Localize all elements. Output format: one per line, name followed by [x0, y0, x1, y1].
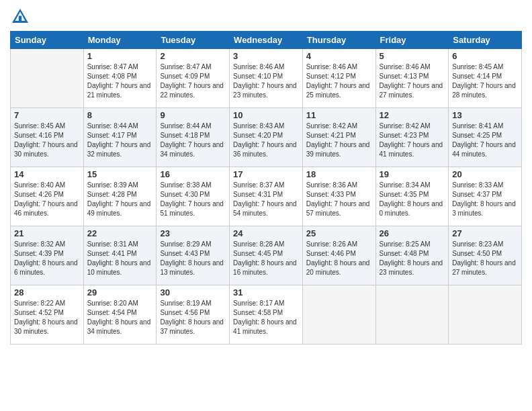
day-number: 25	[306, 228, 372, 238]
calendar-cell: 23Sunrise: 8:29 AMSunset: 4:43 PMDayligh…	[157, 226, 230, 285]
calendar-cell: 22Sunrise: 8:31 AMSunset: 4:41 PMDayligh…	[83, 226, 157, 285]
weekday-header-thursday: Thursday	[302, 32, 375, 49]
day-info: Sunrise: 8:31 AMSunset: 4:41 PMDaylight:…	[87, 240, 153, 277]
weekday-header-friday: Friday	[375, 32, 449, 49]
calendar-week-row: 21Sunrise: 8:32 AMSunset: 4:39 PMDayligh…	[11, 226, 522, 285]
calendar-cell: 8Sunrise: 8:44 AMSunset: 4:17 PMDaylight…	[83, 108, 157, 167]
day-info: Sunrise: 8:46 AMSunset: 4:10 PMDaylight:…	[233, 62, 299, 100]
weekday-header-sunday: Sunday	[11, 32, 84, 49]
day-number: 14	[14, 169, 80, 179]
day-number: 12	[380, 110, 445, 120]
day-info: Sunrise: 8:43 AMSunset: 4:20 PMDaylight:…	[233, 122, 299, 159]
calendar-cell: 28Sunrise: 8:22 AMSunset: 4:52 PMDayligh…	[11, 285, 84, 345]
day-info: Sunrise: 8:19 AMSunset: 4:56 PMDaylight:…	[160, 299, 226, 336]
calendar-week-row: 28Sunrise: 8:22 AMSunset: 4:52 PMDayligh…	[11, 285, 522, 345]
calendar-cell: 17Sunrise: 8:37 AMSunset: 4:31 PMDayligh…	[230, 167, 303, 226]
calendar-cell: 9Sunrise: 8:44 AMSunset: 4:18 PMDaylight…	[157, 108, 230, 167]
calendar-cell: 30Sunrise: 8:19 AMSunset: 4:56 PMDayligh…	[157, 285, 230, 345]
day-info: Sunrise: 8:36 AMSunset: 4:33 PMDaylight:…	[306, 181, 372, 218]
day-info: Sunrise: 8:42 AMSunset: 4:21 PMDaylight:…	[306, 122, 372, 159]
day-info: Sunrise: 8:29 AMSunset: 4:43 PMDaylight:…	[160, 240, 226, 277]
day-info: Sunrise: 8:33 AMSunset: 4:37 PMDaylight:…	[452, 181, 518, 218]
day-info: Sunrise: 8:40 AMSunset: 4:26 PMDaylight:…	[14, 181, 80, 218]
weekday-header-monday: Monday	[83, 32, 157, 49]
day-info: Sunrise: 8:45 AMSunset: 4:16 PMDaylight:…	[14, 122, 80, 159]
day-number: 26	[380, 228, 445, 238]
svg-rect-2	[19, 16, 22, 21]
day-info: Sunrise: 8:47 AMSunset: 4:08 PMDaylight:…	[87, 62, 153, 100]
day-number: 5	[380, 51, 445, 61]
day-number: 7	[14, 110, 80, 120]
calendar-cell: 6Sunrise: 8:45 AMSunset: 4:14 PMDaylight…	[449, 49, 522, 108]
day-number: 27	[452, 228, 518, 238]
calendar-cell: 18Sunrise: 8:36 AMSunset: 4:33 PMDayligh…	[302, 167, 375, 226]
day-number: 1	[87, 51, 153, 61]
calendar-cell: 14Sunrise: 8:40 AMSunset: 4:26 PMDayligh…	[11, 167, 84, 226]
day-info: Sunrise: 8:41 AMSunset: 4:25 PMDaylight:…	[452, 122, 518, 159]
weekday-header-tuesday: Tuesday	[157, 32, 230, 49]
day-info: Sunrise: 8:44 AMSunset: 4:17 PMDaylight:…	[87, 122, 153, 159]
day-info: Sunrise: 8:34 AMSunset: 4:35 PMDaylight:…	[380, 181, 445, 218]
calendar-cell: 7Sunrise: 8:45 AMSunset: 4:16 PMDaylight…	[11, 108, 84, 167]
calendar-table: SundayMondayTuesdayWednesdayThursdayFrid…	[10, 31, 522, 345]
calendar-cell: 15Sunrise: 8:39 AMSunset: 4:28 PMDayligh…	[83, 167, 157, 226]
day-number: 19	[380, 169, 445, 179]
day-number: 20	[452, 169, 518, 179]
day-info: Sunrise: 8:38 AMSunset: 4:30 PMDaylight:…	[160, 181, 226, 218]
calendar-cell: 12Sunrise: 8:42 AMSunset: 4:23 PMDayligh…	[375, 108, 449, 167]
day-number: 2	[160, 51, 226, 61]
calendar-cell: 26Sunrise: 8:25 AMSunset: 4:48 PMDayligh…	[375, 226, 449, 285]
day-info: Sunrise: 8:22 AMSunset: 4:52 PMDaylight:…	[14, 299, 80, 336]
day-number: 11	[306, 110, 372, 120]
day-number: 29	[87, 287, 153, 298]
calendar-cell: 11Sunrise: 8:42 AMSunset: 4:21 PMDayligh…	[302, 108, 375, 167]
day-number: 23	[160, 228, 226, 238]
day-info: Sunrise: 8:26 AMSunset: 4:46 PMDaylight:…	[306, 240, 372, 277]
calendar-week-row: 1Sunrise: 8:47 AMSunset: 4:08 PMDaylight…	[11, 49, 522, 108]
calendar-page: SundayMondayTuesdayWednesdayThursdayFrid…	[0, 0, 532, 411]
day-number: 24	[233, 228, 299, 238]
day-number: 16	[160, 169, 226, 179]
logo-icon	[10, 7, 30, 27]
calendar-cell	[302, 285, 375, 345]
calendar-cell: 1Sunrise: 8:47 AMSunset: 4:08 PMDaylight…	[83, 49, 157, 108]
calendar-cell: 20Sunrise: 8:33 AMSunset: 4:37 PMDayligh…	[449, 167, 522, 226]
day-info: Sunrise: 8:17 AMSunset: 4:58 PMDaylight:…	[233, 299, 299, 336]
calendar-cell: 13Sunrise: 8:41 AMSunset: 4:25 PMDayligh…	[449, 108, 522, 167]
day-number: 31	[233, 287, 299, 298]
day-info: Sunrise: 8:46 AMSunset: 4:13 PMDaylight:…	[380, 62, 445, 100]
calendar-cell: 4Sunrise: 8:46 AMSunset: 4:12 PMDaylight…	[302, 49, 375, 108]
day-number: 28	[14, 287, 80, 298]
calendar-cell: 21Sunrise: 8:32 AMSunset: 4:39 PMDayligh…	[11, 226, 84, 285]
day-number: 8	[87, 110, 153, 120]
calendar-cell: 24Sunrise: 8:28 AMSunset: 4:45 PMDayligh…	[230, 226, 303, 285]
day-number: 4	[306, 51, 372, 61]
calendar-cell: 27Sunrise: 8:23 AMSunset: 4:50 PMDayligh…	[449, 226, 522, 285]
calendar-cell: 31Sunrise: 8:17 AMSunset: 4:58 PMDayligh…	[230, 285, 303, 345]
calendar-week-row: 14Sunrise: 8:40 AMSunset: 4:26 PMDayligh…	[11, 167, 522, 226]
calendar-cell: 10Sunrise: 8:43 AMSunset: 4:20 PMDayligh…	[230, 108, 303, 167]
day-number: 9	[160, 110, 226, 120]
day-number: 6	[452, 51, 518, 61]
calendar-cell: 16Sunrise: 8:38 AMSunset: 4:30 PMDayligh…	[157, 167, 230, 226]
day-number: 15	[87, 169, 153, 179]
day-number: 3	[233, 51, 299, 61]
day-info: Sunrise: 8:32 AMSunset: 4:39 PMDaylight:…	[14, 240, 80, 277]
calendar-cell: 29Sunrise: 8:20 AMSunset: 4:54 PMDayligh…	[83, 285, 157, 345]
day-info: Sunrise: 8:37 AMSunset: 4:31 PMDaylight:…	[233, 181, 299, 218]
day-info: Sunrise: 8:23 AMSunset: 4:50 PMDaylight:…	[452, 240, 518, 277]
day-info: Sunrise: 8:45 AMSunset: 4:14 PMDaylight:…	[452, 62, 518, 100]
calendar-cell	[11, 49, 84, 108]
day-info: Sunrise: 8:20 AMSunset: 4:54 PMDaylight:…	[87, 299, 153, 336]
calendar-cell: 5Sunrise: 8:46 AMSunset: 4:13 PMDaylight…	[375, 49, 449, 108]
day-info: Sunrise: 8:42 AMSunset: 4:23 PMDaylight:…	[380, 122, 445, 159]
calendar-cell	[449, 285, 522, 345]
header	[10, 7, 522, 27]
weekday-header-row: SundayMondayTuesdayWednesdayThursdayFrid…	[11, 32, 522, 49]
weekday-header-saturday: Saturday	[449, 32, 522, 49]
day-number: 18	[306, 169, 372, 179]
day-info: Sunrise: 8:25 AMSunset: 4:48 PMDaylight:…	[380, 240, 445, 277]
day-number: 30	[160, 287, 226, 298]
logo	[10, 7, 33, 27]
day-info: Sunrise: 8:28 AMSunset: 4:45 PMDaylight:…	[233, 240, 299, 277]
